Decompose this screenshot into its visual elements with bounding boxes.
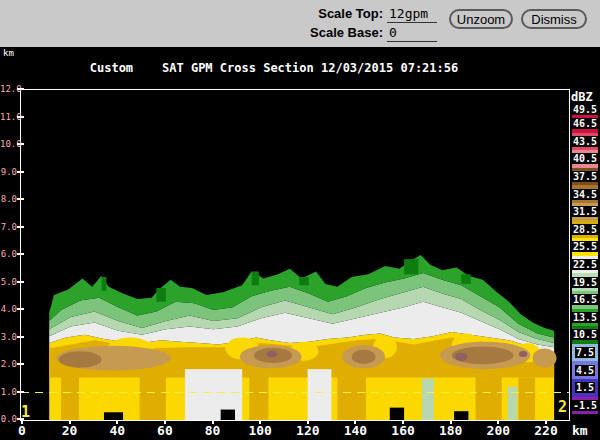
colorbar-band: 40.5 xyxy=(572,150,598,168)
y-tick-label: 2.0 xyxy=(0,359,17,369)
y-tick-label: 10.0 xyxy=(0,139,17,149)
colorbar-band-label: 25.5 xyxy=(572,241,598,252)
dbz-core xyxy=(519,351,528,357)
scale-top-input-underline xyxy=(387,22,437,23)
colorbar-band: 28.5 xyxy=(572,221,598,239)
x-tick-label: 20 xyxy=(50,423,90,438)
x-tick-label: 80 xyxy=(193,423,233,438)
colorbar-band-label: 16.5 xyxy=(572,294,598,305)
endpoint-label-1: 1 xyxy=(21,403,30,421)
x-tick-label: 120 xyxy=(288,423,328,438)
y-tick-label: 9.0 xyxy=(0,167,17,177)
y-tick-label: 11.0 xyxy=(0,112,17,122)
x-tick-label: 180 xyxy=(431,423,471,438)
y-tick-mark xyxy=(17,363,24,365)
colorbar-band: 13.5 xyxy=(572,309,598,327)
colorbar-band: 43.5 xyxy=(572,133,598,151)
y-tick-mark xyxy=(17,143,24,145)
y-tick-label: 1.0 xyxy=(0,387,17,397)
x-tick-label: 220 xyxy=(526,423,566,438)
colorbar-band: 22.5 xyxy=(572,256,598,274)
y-tick-mark xyxy=(17,116,24,118)
colorbar-band-label: 31.5 xyxy=(572,206,598,217)
dbz-core xyxy=(59,351,102,368)
dbz-core xyxy=(267,350,277,357)
x-tick-label: 0 xyxy=(2,423,42,438)
colorbar-band-label: 49.5 xyxy=(572,104,598,115)
x-tick-label: 140 xyxy=(335,423,375,438)
colorbar-band: 31.5 xyxy=(572,203,598,221)
echo-top-cap xyxy=(461,274,471,284)
endpoint-label-2: 2 xyxy=(558,398,567,416)
cross-section-window: Scale Top: 12gpm Scale Base: 0 Unzoom Di… xyxy=(0,0,600,440)
x-tick-label: 160 xyxy=(383,423,423,438)
ground-column xyxy=(308,369,332,420)
colorbar-band-label: 7.5 xyxy=(575,347,595,358)
colorbar-band-label: 40.5 xyxy=(572,153,598,164)
colorbar-band: 19.5 xyxy=(572,273,598,291)
plot-title-source: Custom xyxy=(90,61,133,75)
dbz-colorbar: 49.546.543.540.537.534.531.528.525.522.5… xyxy=(572,103,598,414)
scale-top-label: Scale Top: xyxy=(280,6,383,21)
y-tick-mark xyxy=(17,336,24,338)
x-axis-unit-label: km xyxy=(572,423,588,438)
colorbar-band: 4.5 xyxy=(572,361,598,379)
dismiss-button[interactable]: Dismiss xyxy=(521,9,587,29)
y-tick-mark xyxy=(17,391,24,393)
y-tick-mark xyxy=(17,253,24,255)
echo-top-cap xyxy=(156,288,166,302)
x-tick-label: 40 xyxy=(97,423,137,438)
ground-gap xyxy=(104,412,123,420)
dbz-core xyxy=(352,350,376,364)
scale-toolbar: Scale Top: 12gpm Scale Base: 0 Unzoom Di… xyxy=(0,0,600,47)
y-tick-mark xyxy=(17,281,24,283)
colorbar-band-label: 1.5 xyxy=(575,382,595,393)
colorbar-band: 46.5 xyxy=(572,115,598,133)
echo-top-cap xyxy=(404,259,418,274)
y-tick-label: 7.0 xyxy=(0,222,17,232)
colorbar-band: 37.5 xyxy=(572,168,598,186)
dbz-core xyxy=(455,353,467,361)
y-tick-mark xyxy=(17,171,24,173)
echo-top-cap xyxy=(252,272,259,286)
ground-column xyxy=(337,376,366,420)
colorbar-band-label: 43.5 xyxy=(572,136,598,147)
colorbar-band: 10.5 xyxy=(572,326,598,344)
cross-section-canvas xyxy=(21,90,569,420)
y-tick-mark xyxy=(17,226,24,228)
ground-column xyxy=(476,376,502,420)
ground-column xyxy=(249,376,268,420)
colorbar-band: -1.5 xyxy=(572,397,598,415)
colorbar-band-label: 10.5 xyxy=(572,329,598,340)
colorbar-band-label: 28.5 xyxy=(572,224,598,235)
colorbar-band: 34.5 xyxy=(572,185,598,203)
x-tick-label: 60 xyxy=(145,423,185,438)
y-tick-label: 12.0 xyxy=(0,84,17,94)
x-tick-label: 100 xyxy=(240,423,280,438)
plot-area[interactable] xyxy=(20,89,570,421)
plot-title: Custom SAT GPM Cross Section 12/03/2015 … xyxy=(0,61,548,75)
y-tick-label: 8.0 xyxy=(0,194,17,204)
y-tick-mark xyxy=(17,198,24,200)
ground-gap xyxy=(390,408,404,420)
colorbar-band-label: -1.5 xyxy=(572,400,598,411)
scale-base-input[interactable]: 0 xyxy=(389,25,397,40)
unzoom-button[interactable]: Unzoom xyxy=(449,9,513,29)
colorbar-band-label: 13.5 xyxy=(572,312,598,323)
echo-top-cap xyxy=(102,277,107,291)
dbz-core xyxy=(533,349,557,368)
colorbar-band-label: 19.5 xyxy=(572,277,598,288)
plot-title-text: SAT GPM Cross Section 12/03/2015 07:21:5… xyxy=(162,61,458,75)
colorbar-band: 49.5 xyxy=(572,103,598,115)
y-tick-label: 4.0 xyxy=(0,304,17,314)
x-tick-label: 200 xyxy=(478,423,518,438)
y-tick-mark xyxy=(17,308,24,310)
colorbar-band-label: 22.5 xyxy=(572,259,598,270)
ground-column xyxy=(61,376,79,420)
colorbar-band-label: 46.5 xyxy=(572,118,598,129)
echo-top-cap xyxy=(299,277,309,285)
y-tick-mark xyxy=(17,88,24,90)
ground-gap xyxy=(221,410,235,420)
y-axis-unit-label: km xyxy=(3,48,14,58)
scale-top-input[interactable]: 12gpm xyxy=(389,6,428,21)
